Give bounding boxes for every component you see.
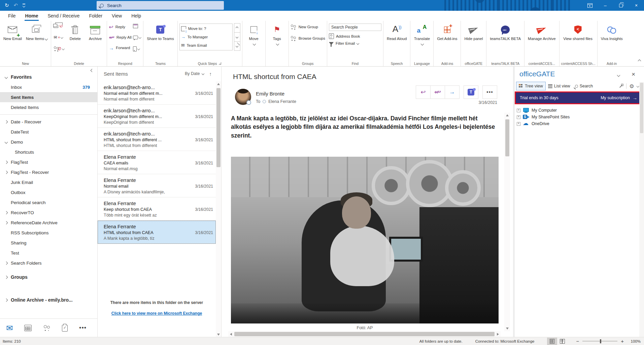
search-input[interactable]: Search bbox=[97, 1, 224, 10]
block-sender-button[interactable]: ∅ bbox=[54, 46, 64, 52]
tab-folder[interactable]: Folder bbox=[84, 11, 107, 21]
viva-insights-button[interactable]: Viva Insights bbox=[599, 22, 624, 41]
panel-options-chevron-icon[interactable] bbox=[617, 74, 620, 77]
scroll-up-icon[interactable] bbox=[216, 81, 221, 87]
dialog-launcher-icon[interactable] bbox=[218, 62, 222, 65]
manage-archive-button[interactable]: Manage Archive bbox=[526, 22, 557, 41]
get-addins-button[interactable]: Get Add-ins bbox=[435, 22, 459, 41]
scroll-left-icon[interactable] bbox=[228, 331, 234, 337]
quick-step-team-email[interactable]: ✉Team Email bbox=[181, 43, 231, 48]
tags-button[interactable]: ⚑ Tags bbox=[267, 22, 287, 46]
filter-email-button[interactable]: Filter Email bbox=[329, 41, 381, 45]
browse-groups-button[interactable]: Browse Groups bbox=[291, 34, 325, 42]
reply-with-meeting-button[interactable] bbox=[133, 23, 141, 29]
zoom-in-icon[interactable]: + bbox=[621, 338, 624, 344]
sidebar-item-recoverto[interactable]: RecoverTO bbox=[0, 207, 97, 218]
forward-button[interactable]: →Forward bbox=[109, 44, 132, 52]
tab-file[interactable]: File bbox=[3, 11, 21, 21]
quick-steps-scroll-down[interactable] bbox=[234, 32, 240, 42]
more-apps-icon[interactable]: ••• bbox=[79, 324, 87, 332]
email-list-item[interactable]: erik.larson@tech-arro...Normal email fro… bbox=[98, 81, 216, 105]
minimize-icon[interactable]: – bbox=[598, 0, 613, 11]
ignore-button[interactable]: ∅ bbox=[54, 23, 64, 29]
search-people-input[interactable]: Search People bbox=[329, 24, 381, 31]
sidebar-item-deleted-items[interactable]: Deleted Items bbox=[0, 102, 97, 112]
scroll-down-icon[interactable] bbox=[216, 332, 221, 337]
recipient-name[interactable]: Elena Ferrante bbox=[268, 99, 296, 104]
collapse-folder-pane-icon[interactable] bbox=[91, 69, 94, 72]
scrollbar-thumb[interactable] bbox=[640, 83, 643, 133]
people-nav-icon[interactable] bbox=[43, 325, 50, 331]
close-icon[interactable]: × bbox=[629, 0, 644, 11]
teamstalk-beta-button[interactable]: teamsTALK BETA bbox=[488, 22, 522, 41]
sidebar-item-groups[interactable]: Groups bbox=[0, 272, 97, 282]
connect-icon[interactable] bbox=[619, 84, 623, 88]
scrollbar-thumb[interactable] bbox=[234, 332, 495, 336]
reading-view-button[interactable] bbox=[547, 338, 557, 345]
my-subscription-link[interactable]: My subscription→ bbox=[601, 95, 637, 101]
sidebar-item-periodical-search[interactable]: Periodical search bbox=[0, 197, 97, 207]
og-tree-node-onedrive[interactable]: +OneDrive bbox=[516, 120, 639, 127]
zoom-out-icon[interactable]: − bbox=[576, 338, 579, 344]
share-to-teams-button[interactable]: Share to Teams bbox=[145, 22, 175, 41]
address-book-button[interactable]: Address Book bbox=[329, 33, 381, 39]
tab-home[interactable]: Home bbox=[21, 11, 43, 21]
reply-with-im-button[interactable] bbox=[133, 34, 141, 40]
forward-button[interactable]: → bbox=[445, 85, 460, 99]
reply-button[interactable]: ↩ bbox=[416, 85, 431, 99]
sidebar-item-demo[interactable]: Demo bbox=[0, 137, 97, 147]
og-tree-node-my-computer[interactable]: +My Computer bbox=[516, 107, 639, 114]
sort-direction-icon[interactable]: ↑ bbox=[209, 71, 212, 77]
sidebar-item-flagtest-recover[interactable]: FlagTest - Recover bbox=[0, 167, 97, 177]
reading-pane-scrollbar[interactable] bbox=[504, 113, 510, 331]
quick-steps-more[interactable] bbox=[234, 41, 240, 51]
clean-up-button[interactable]: ✉× bbox=[54, 34, 64, 40]
sidebar-item-favorites[interactable]: Favorites bbox=[0, 72, 97, 82]
email-list-item[interactable]: Elena FerranteCAEA emails3/16/2021Normal… bbox=[98, 151, 216, 174]
sidebar-item-test[interactable]: Test bbox=[0, 248, 97, 258]
tab-help[interactable]: Help bbox=[127, 11, 146, 21]
sidebar-item-referencedate-archive[interactable]: ReferenceDate Archive bbox=[0, 218, 97, 228]
tab-send-receive[interactable]: Send / Receive bbox=[43, 11, 84, 21]
delete-button[interactable]: Delete bbox=[65, 22, 85, 41]
settings-chevron-icon[interactable] bbox=[636, 85, 639, 87]
expand-icon[interactable]: + bbox=[517, 115, 520, 119]
sidebar-item-datetest[interactable]: DateTest bbox=[0, 127, 97, 137]
mail-nav-icon[interactable]: ✉ bbox=[6, 323, 13, 333]
close-panel-icon[interactable]: × bbox=[632, 71, 635, 78]
sidebar-item-sharing[interactable]: Sharing bbox=[0, 238, 97, 248]
quick-step-move-to[interactable]: Move to: ? bbox=[181, 26, 231, 31]
scroll-down-icon[interactable] bbox=[504, 326, 510, 331]
tree-view-tab[interactable]: Tree view bbox=[516, 82, 546, 90]
reply-all-button[interactable]: ↩↩ bbox=[430, 85, 445, 99]
quick-step-to-manager[interactable]: →To Manager bbox=[181, 34, 231, 39]
sidebar-item-search-folders[interactable]: Search Folders bbox=[0, 258, 97, 268]
zoom-level[interactable]: 100% bbox=[629, 339, 641, 343]
quick-access-customize-icon[interactable] bbox=[23, 4, 25, 7]
view-shared-files-button[interactable]: View shared files bbox=[561, 22, 595, 41]
zoom-slider-thumb[interactable] bbox=[600, 339, 601, 343]
translate-button[interactable]: Translate bbox=[412, 22, 432, 46]
new-group-button[interactable]: New Group bbox=[291, 23, 325, 31]
list-view-tab[interactable]: List view bbox=[546, 82, 573, 90]
new-email-button[interactable]: + New Email bbox=[2, 22, 24, 41]
tasks-nav-icon[interactable] bbox=[62, 325, 68, 332]
reading-pane-hscrollbar[interactable] bbox=[228, 331, 501, 337]
move-button[interactable]: Move bbox=[244, 22, 264, 46]
sidebar-item-date-recover[interactable]: Date - Recover bbox=[0, 117, 97, 127]
sidebar-item-sent-items[interactable]: Sent Items bbox=[0, 92, 97, 102]
more-respond-button[interactable] bbox=[133, 46, 141, 52]
og-tree-node-my-sharepoint-sites[interactable]: +My SharePoint Sites bbox=[516, 114, 639, 120]
tab-view[interactable]: View bbox=[107, 11, 127, 21]
email-list-item[interactable]: Elena FerranteNormal email3/16/2021A Dis… bbox=[98, 174, 216, 197]
email-list-item[interactable]: Elena FerranteHTML shortcut from CAEA3/1… bbox=[98, 221, 216, 244]
reply-all-button[interactable]: ↩↩Reply All bbox=[109, 33, 132, 41]
email-list-item[interactable]: erik.larson@tech-arro...KeepOriginal fro… bbox=[98, 105, 216, 128]
new-items-button[interactable]: New Items bbox=[24, 22, 49, 41]
read-aloud-button[interactable]: A Read Aloud bbox=[385, 22, 408, 41]
restore-icon[interactable] bbox=[613, 0, 629, 11]
ribbon-display-options-icon[interactable] bbox=[582, 0, 598, 11]
archive-button[interactable]: Archive bbox=[86, 22, 105, 41]
quick-steps-scroll-up[interactable] bbox=[234, 23, 240, 33]
calendar-nav-icon[interactable] bbox=[24, 325, 32, 331]
